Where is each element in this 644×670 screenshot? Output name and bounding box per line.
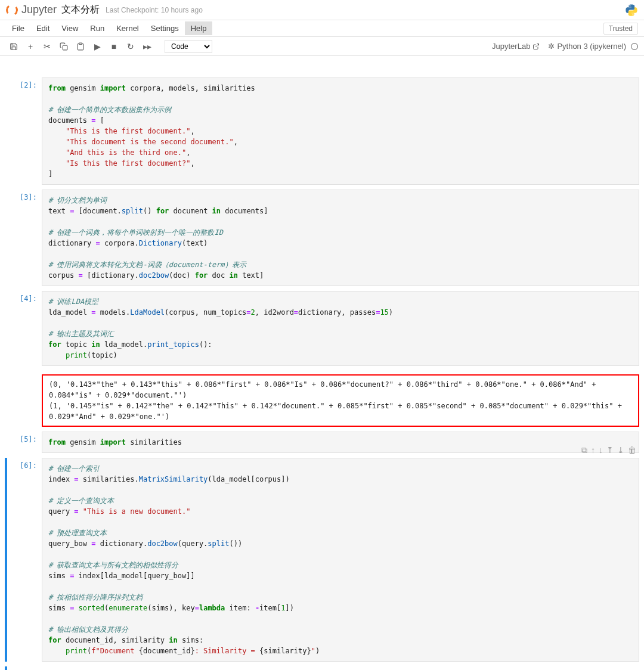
menu-run[interactable]: Run <box>84 21 110 35</box>
menu-kernel[interactable]: Kernel <box>110 21 145 35</box>
kernel-indicator[interactable]: ✲ Python 3 (ipykernel) <box>548 42 638 51</box>
cell-output: Document 0: Similarity = 0.9992713928222… <box>5 666 639 670</box>
kernel-status-icon <box>631 43 638 50</box>
paste-button[interactable] <box>73 39 88 54</box>
code-text[interactable]: from gensim import corpora, models, simi… <box>48 83 633 179</box>
insert-above-icon[interactable]: ⤒ <box>606 445 614 455</box>
add-cell-button[interactable]: + <box>23 39 38 54</box>
app-header: Jupyter 文本分析 Last Checkpoint: 10 hours a… <box>0 0 644 20</box>
move-down-icon[interactable]: ↓ <box>599 445 603 455</box>
code-input[interactable]: # 切分文档为单词 text = [document.split() for d… <box>42 190 639 286</box>
jupyterlab-link[interactable]: JupyterLab <box>492 42 540 51</box>
copy-button[interactable] <box>56 39 72 54</box>
cell-output: (0, '0.143*"the" + 0.143*"this" + 0.086*… <box>5 371 639 427</box>
code-input[interactable]: from gensim import corpora, models, simi… <box>42 77 639 185</box>
jupyter-logo-text: Jupyter <box>21 4 57 16</box>
restart-button[interactable]: ↻ <box>123 39 138 54</box>
cell-bluebar <box>5 458 7 662</box>
code-text[interactable]: # 创建一个索引 index = similarities.MatrixSimi… <box>48 463 633 656</box>
checkpoint-label: Last Checkpoint: 10 hours ago <box>106 6 203 14</box>
fast-forward-button[interactable]: ▸▸ <box>140 39 155 54</box>
menu-edit[interactable]: Edit <box>30 21 55 35</box>
code-text[interactable]: from gensim import similarities <box>48 437 633 448</box>
cell-input[interactable]: [6]:⧉↑↓⤒⤓🗑# 创建一个索引 index = similarities.… <box>5 458 639 662</box>
code-input[interactable]: # 训练LDA模型 lda_model = models.LdaModel(co… <box>42 291 639 366</box>
save-button[interactable] <box>6 39 21 54</box>
code-input[interactable]: ⧉↑↓⤒⤓🗑# 创建一个索引 index = similarities.Matr… <box>42 458 639 662</box>
cell-input[interactable]: [5]:from gensim import similarities <box>5 432 639 453</box>
cell-input[interactable]: [4]:# 训练LDA模型 lda_model = models.LdaMode… <box>5 291 639 366</box>
cell-prompt: [4]: <box>8 291 42 366</box>
external-link-icon <box>532 43 540 50</box>
notebook-area[interactable]: [2]:from gensim import corpora, models, … <box>0 56 644 670</box>
cell-bluebar <box>5 291 7 366</box>
move-up-icon[interactable]: ↑ <box>591 445 595 455</box>
output-prompt <box>8 666 42 670</box>
cell-prompt: [6]: <box>8 458 42 662</box>
jupyter-circle-icon <box>5 3 19 17</box>
menu-view[interactable]: View <box>55 21 84 35</box>
svg-rect-0 <box>63 45 67 50</box>
notebook-title[interactable]: 文本分析 <box>61 4 100 16</box>
cell-type-selector[interactable]: Code <box>165 40 212 53</box>
delete-icon[interactable]: 🗑 <box>628 445 636 455</box>
cell-prompt: [3]: <box>8 190 42 286</box>
toolbar: + ✂ ▶ ■ ↻ ▸▸ Code JupyterLab ✲ Python 3 … <box>0 37 644 56</box>
cell-prompt: [5]: <box>8 432 42 453</box>
jupyter-logo: Jupyter <box>6 4 57 16</box>
cell-input[interactable]: [2]:from gensim import corpora, models, … <box>5 77 639 185</box>
output-prompt <box>8 371 42 427</box>
cell-bluebar <box>5 371 7 427</box>
output-text: (0, '0.143*"the" + 0.143*"this" + 0.086*… <box>42 374 639 427</box>
stop-button[interactable]: ■ <box>106 39 122 54</box>
cell-input[interactable]: [3]:# 切分文档为单词 text = [document.split() f… <box>5 190 639 286</box>
menu-settings[interactable]: Settings <box>145 21 185 35</box>
python-icon <box>625 4 638 17</box>
cell-prompt: [2]: <box>8 77 42 185</box>
duplicate-icon[interactable]: ⧉ <box>581 445 587 455</box>
code-input[interactable]: from gensim import similarities <box>42 432 639 453</box>
trusted-badge[interactable]: Trusted <box>603 23 638 35</box>
cell-bluebar <box>5 432 7 453</box>
cut-button[interactable]: ✂ <box>39 39 55 54</box>
cell-bluebar <box>5 666 7 670</box>
svg-line-2 <box>535 44 539 47</box>
svg-rect-1 <box>79 43 82 44</box>
insert-below-icon[interactable]: ⤓ <box>617 445 624 455</box>
cell-bluebar <box>5 190 7 286</box>
cell-toolbar: ⧉↑↓⤒⤓🗑 <box>581 445 636 455</box>
menu-file[interactable]: File <box>6 21 30 35</box>
menu-help[interactable]: Help <box>185 21 213 35</box>
run-button[interactable]: ▶ <box>89 39 105 54</box>
menubar: File Edit View Run Kernel Settings Help … <box>0 20 644 37</box>
cell-bluebar <box>5 77 7 185</box>
gear-icon: ✲ <box>548 42 555 51</box>
code-text[interactable]: # 切分文档为单词 text = [document.split() for d… <box>48 195 633 281</box>
code-text[interactable]: # 训练LDA模型 lda_model = models.LdaModel(co… <box>48 296 633 361</box>
